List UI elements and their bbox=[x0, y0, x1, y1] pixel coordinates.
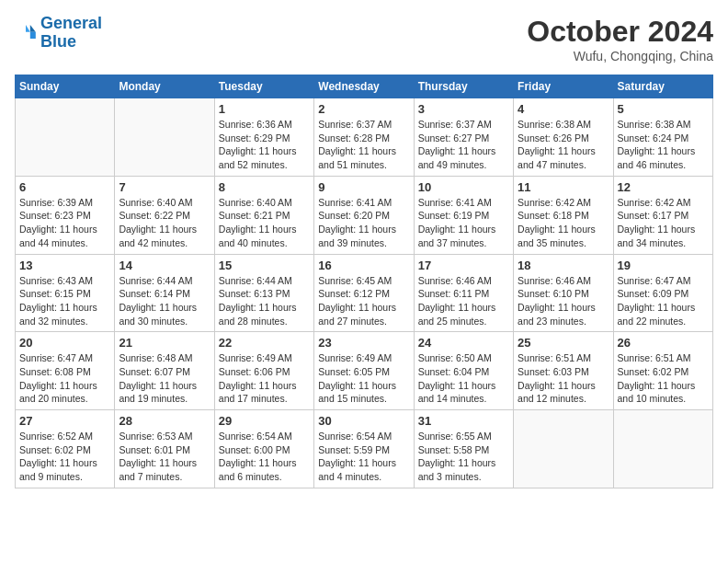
day-info: Sunrise: 6:44 AM Sunset: 6:13 PM Dayligh… bbox=[219, 274, 310, 328]
calendar-table: SundayMondayTuesdayWednesdayThursdayFrid… bbox=[15, 75, 713, 488]
day-info: Sunrise: 6:36 AM Sunset: 6:29 PM Dayligh… bbox=[219, 118, 310, 172]
day-number: 19 bbox=[618, 259, 709, 272]
calendar-cell: 5Sunrise: 6:38 AM Sunset: 6:24 PM Daylig… bbox=[613, 98, 712, 177]
day-info: Sunrise: 6:42 AM Sunset: 6:17 PM Dayligh… bbox=[618, 196, 709, 250]
day-info: Sunrise: 6:48 AM Sunset: 6:07 PM Dayligh… bbox=[119, 351, 210, 406]
calendar-cell: 1Sunrise: 6:36 AM Sunset: 6:29 PM Daylig… bbox=[214, 98, 313, 177]
calendar-cell: 21Sunrise: 6:48 AM Sunset: 6:07 PM Dayli… bbox=[115, 332, 214, 410]
calendar-cell: 30Sunrise: 6:54 AM Sunset: 5:59 PM Dayli… bbox=[314, 410, 414, 488]
weekday-header-friday: Friday bbox=[514, 75, 613, 98]
day-info: Sunrise: 6:44 AM Sunset: 6:14 PM Dayligh… bbox=[119, 274, 210, 328]
svg-marker-0 bbox=[30, 25, 36, 32]
calendar-cell: 7Sunrise: 6:40 AM Sunset: 6:22 PM Daylig… bbox=[115, 176, 214, 254]
weekday-header-saturday: Saturday bbox=[613, 75, 712, 98]
day-info: Sunrise: 6:51 AM Sunset: 6:02 PM Dayligh… bbox=[618, 351, 709, 406]
page-header: General Blue October 2024 Wufu, Chongqin… bbox=[15, 15, 713, 63]
day-info: Sunrise: 6:54 AM Sunset: 6:00 PM Dayligh… bbox=[219, 430, 310, 484]
calendar-cell: 18Sunrise: 6:46 AM Sunset: 6:10 PM Dayli… bbox=[514, 254, 613, 332]
day-number: 27 bbox=[19, 414, 110, 428]
location: Wufu, Chongqing, China bbox=[527, 49, 713, 63]
day-number: 29 bbox=[219, 414, 310, 428]
day-number: 25 bbox=[518, 336, 609, 350]
day-info: Sunrise: 6:46 AM Sunset: 6:10 PM Dayligh… bbox=[518, 274, 609, 328]
day-number: 23 bbox=[318, 336, 409, 350]
calendar-cell: 29Sunrise: 6:54 AM Sunset: 6:00 PM Dayli… bbox=[214, 410, 313, 488]
day-info: Sunrise: 6:49 AM Sunset: 6:06 PM Dayligh… bbox=[219, 351, 310, 406]
calendar-cell: 25Sunrise: 6:51 AM Sunset: 6:03 PM Dayli… bbox=[514, 332, 613, 410]
svg-marker-1 bbox=[30, 32, 36, 39]
day-info: Sunrise: 6:47 AM Sunset: 6:08 PM Dayligh… bbox=[19, 351, 110, 406]
calendar-cell: 16Sunrise: 6:45 AM Sunset: 6:12 PM Dayli… bbox=[314, 254, 414, 332]
calendar-cell: 26Sunrise: 6:51 AM Sunset: 6:02 PM Dayli… bbox=[613, 332, 712, 410]
calendar-cell bbox=[115, 98, 214, 177]
day-info: Sunrise: 6:55 AM Sunset: 5:58 PM Dayligh… bbox=[418, 430, 509, 484]
day-number: 6 bbox=[19, 180, 110, 194]
day-info: Sunrise: 6:38 AM Sunset: 6:24 PM Dayligh… bbox=[618, 118, 709, 172]
calendar-cell bbox=[16, 98, 115, 177]
calendar-cell: 22Sunrise: 6:49 AM Sunset: 6:06 PM Dayli… bbox=[214, 332, 313, 410]
day-info: Sunrise: 6:41 AM Sunset: 6:20 PM Dayligh… bbox=[318, 196, 409, 250]
calendar-cell: 10Sunrise: 6:41 AM Sunset: 6:19 PM Dayli… bbox=[414, 176, 513, 254]
day-info: Sunrise: 6:49 AM Sunset: 6:05 PM Dayligh… bbox=[318, 351, 409, 406]
day-number: 11 bbox=[518, 180, 609, 194]
weekday-header-sunday: Sunday bbox=[16, 75, 115, 98]
calendar-week-3: 13Sunrise: 6:43 AM Sunset: 6:15 PM Dayli… bbox=[16, 254, 713, 332]
calendar-cell: 27Sunrise: 6:52 AM Sunset: 6:02 PM Dayli… bbox=[16, 410, 115, 488]
day-info: Sunrise: 6:52 AM Sunset: 6:02 PM Dayligh… bbox=[19, 430, 110, 484]
day-number: 7 bbox=[119, 180, 210, 194]
day-info: Sunrise: 6:38 AM Sunset: 6:26 PM Dayligh… bbox=[518, 118, 609, 172]
day-info: Sunrise: 6:37 AM Sunset: 6:28 PM Dayligh… bbox=[318, 118, 409, 172]
day-info: Sunrise: 6:41 AM Sunset: 6:19 PM Dayligh… bbox=[418, 196, 509, 250]
day-info: Sunrise: 6:43 AM Sunset: 6:15 PM Dayligh… bbox=[19, 274, 110, 328]
day-number: 17 bbox=[418, 259, 509, 272]
calendar-cell: 8Sunrise: 6:40 AM Sunset: 6:21 PM Daylig… bbox=[214, 176, 313, 254]
day-info: Sunrise: 6:50 AM Sunset: 6:04 PM Dayligh… bbox=[418, 351, 509, 406]
day-number: 10 bbox=[418, 180, 509, 194]
day-number: 30 bbox=[318, 414, 409, 428]
calendar-cell: 4Sunrise: 6:38 AM Sunset: 6:26 PM Daylig… bbox=[514, 98, 613, 177]
day-info: Sunrise: 6:40 AM Sunset: 6:21 PM Dayligh… bbox=[219, 196, 310, 250]
month-title: October 2024 bbox=[527, 15, 713, 49]
day-number: 18 bbox=[518, 259, 609, 272]
day-number: 12 bbox=[618, 180, 709, 194]
day-info: Sunrise: 6:46 AM Sunset: 6:11 PM Dayligh… bbox=[418, 274, 509, 328]
day-number: 2 bbox=[318, 102, 409, 116]
calendar-cell: 17Sunrise: 6:46 AM Sunset: 6:11 PM Dayli… bbox=[414, 254, 513, 332]
day-number: 20 bbox=[19, 336, 110, 350]
day-info: Sunrise: 6:39 AM Sunset: 6:23 PM Dayligh… bbox=[19, 196, 110, 250]
day-info: Sunrise: 6:45 AM Sunset: 6:12 PM Dayligh… bbox=[318, 274, 409, 328]
calendar-cell: 15Sunrise: 6:44 AM Sunset: 6:13 PM Dayli… bbox=[214, 254, 313, 332]
logo-icon bbox=[15, 22, 37, 44]
calendar-cell: 6Sunrise: 6:39 AM Sunset: 6:23 PM Daylig… bbox=[16, 176, 115, 254]
calendar-cell: 3Sunrise: 6:37 AM Sunset: 6:27 PM Daylig… bbox=[414, 98, 513, 177]
day-info: Sunrise: 6:37 AM Sunset: 6:27 PM Dayligh… bbox=[418, 118, 509, 172]
day-info: Sunrise: 6:42 AM Sunset: 6:18 PM Dayligh… bbox=[518, 196, 609, 250]
calendar-week-5: 27Sunrise: 6:52 AM Sunset: 6:02 PM Dayli… bbox=[16, 410, 713, 488]
day-number: 13 bbox=[19, 259, 110, 272]
day-info: Sunrise: 6:54 AM Sunset: 5:59 PM Dayligh… bbox=[318, 430, 409, 484]
weekday-header-monday: Monday bbox=[115, 75, 214, 98]
weekday-header-row: SundayMondayTuesdayWednesdayThursdayFrid… bbox=[16, 75, 713, 98]
calendar-cell bbox=[613, 410, 712, 488]
weekday-header-wednesday: Wednesday bbox=[314, 75, 414, 98]
day-number: 22 bbox=[219, 336, 310, 350]
day-number: 9 bbox=[318, 180, 409, 194]
svg-marker-2 bbox=[26, 25, 30, 32]
day-number: 15 bbox=[219, 259, 310, 272]
weekday-header-tuesday: Tuesday bbox=[214, 75, 313, 98]
calendar-cell: 23Sunrise: 6:49 AM Sunset: 6:05 PM Dayli… bbox=[314, 332, 414, 410]
calendar-cell: 13Sunrise: 6:43 AM Sunset: 6:15 PM Dayli… bbox=[16, 254, 115, 332]
calendar-cell: 31Sunrise: 6:55 AM Sunset: 5:58 PM Dayli… bbox=[414, 410, 513, 488]
calendar-week-2: 6Sunrise: 6:39 AM Sunset: 6:23 PM Daylig… bbox=[16, 176, 713, 254]
day-info: Sunrise: 6:51 AM Sunset: 6:03 PM Dayligh… bbox=[518, 351, 609, 406]
calendar-cell: 12Sunrise: 6:42 AM Sunset: 6:17 PM Dayli… bbox=[613, 176, 712, 254]
day-info: Sunrise: 6:40 AM Sunset: 6:22 PM Dayligh… bbox=[119, 196, 210, 250]
calendar-cell: 19Sunrise: 6:47 AM Sunset: 6:09 PM Dayli… bbox=[613, 254, 712, 332]
calendar-cell: 28Sunrise: 6:53 AM Sunset: 6:01 PM Dayli… bbox=[115, 410, 214, 488]
day-number: 28 bbox=[119, 414, 210, 428]
day-number: 31 bbox=[418, 414, 509, 428]
day-number: 3 bbox=[418, 102, 509, 116]
day-info: Sunrise: 6:53 AM Sunset: 6:01 PM Dayligh… bbox=[119, 430, 210, 484]
day-number: 16 bbox=[318, 259, 409, 272]
day-number: 14 bbox=[119, 259, 210, 272]
